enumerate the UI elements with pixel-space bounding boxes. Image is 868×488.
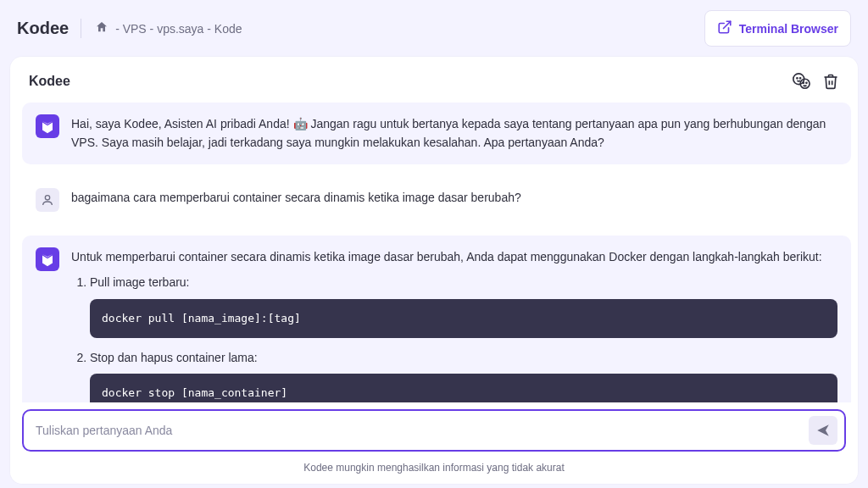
ai-message-greeting: Hai, saya Kodee, Asisten AI pribadi Anda… bbox=[22, 103, 851, 164]
step-label: Stop dan hapus container lama: bbox=[90, 351, 258, 364]
list-item: Pull image terbaru: docker pull [nama_im… bbox=[90, 273, 837, 337]
svg-point-7 bbox=[45, 195, 49, 199]
answer-intro: Untuk memperbarui container secara dinam… bbox=[71, 247, 837, 266]
user-message: bagaimana cara memperbarui container sec… bbox=[22, 176, 851, 224]
answer-steps: Pull image terbaru: docker pull [nama_im… bbox=[71, 273, 837, 402]
disclaimer: Kodee mungkin menghasilkan informasi yan… bbox=[10, 458, 858, 484]
code-block[interactable]: docker stop [nama_container] docker rm [… bbox=[90, 374, 837, 402]
chat-input-row bbox=[22, 409, 846, 452]
terminal-browser-label: Terminal Browser bbox=[739, 22, 838, 36]
user-question-text: bagaimana cara memperbarui container sec… bbox=[71, 188, 837, 212]
breadcrumb-text: - VPS - vps.saya - Kode bbox=[115, 22, 242, 36]
svg-point-6 bbox=[806, 82, 807, 83]
delete-button[interactable] bbox=[822, 72, 839, 91]
chat-card: Kodee Hai, saya Kodee, Asisten AI pribad… bbox=[10, 57, 858, 484]
breadcrumb[interactable]: - VPS - vps.saya - Kode bbox=[95, 20, 242, 36]
user-avatar bbox=[36, 188, 59, 212]
robot-emoji: 🤖 bbox=[293, 117, 308, 130]
ai-avatar bbox=[36, 247, 59, 271]
feedback-button[interactable] bbox=[792, 72, 810, 91]
topbar: Kodee - VPS - vps.saya - Kode Terminal B… bbox=[0, 0, 868, 57]
svg-point-5 bbox=[803, 82, 804, 83]
send-icon bbox=[815, 423, 831, 438]
ai-greeting-body: Hai, saya Kodee, Asisten AI pribadi Anda… bbox=[71, 114, 837, 152]
ai-answer-body: Untuk memperbarui container secara dinam… bbox=[71, 247, 837, 402]
svg-point-3 bbox=[797, 78, 798, 79]
chat-header: Kodee bbox=[10, 57, 858, 103]
step-label: Pull image terbaru: bbox=[90, 275, 190, 289]
app-name: Kodee bbox=[17, 19, 81, 38]
send-button[interactable] bbox=[809, 416, 837, 445]
chat-title: Kodee bbox=[29, 74, 70, 89]
chat-input[interactable] bbox=[36, 424, 800, 437]
ai-message-answer: Untuk memperbarui container secara dinam… bbox=[22, 236, 851, 402]
code-block[interactable]: docker pull [nama_image]:[tag] bbox=[90, 299, 837, 338]
list-item: Stop dan hapus container lama: docker st… bbox=[90, 348, 837, 402]
chat-scroll[interactable]: Hai, saya Kodee, Asisten AI pribadi Anda… bbox=[10, 103, 856, 402]
svg-line-0 bbox=[723, 21, 730, 28]
terminal-browser-button[interactable]: Terminal Browser bbox=[704, 10, 851, 47]
external-link-icon bbox=[717, 19, 732, 37]
svg-point-4 bbox=[800, 78, 801, 79]
ai-avatar bbox=[36, 114, 59, 138]
home-icon[interactable] bbox=[95, 20, 108, 36]
